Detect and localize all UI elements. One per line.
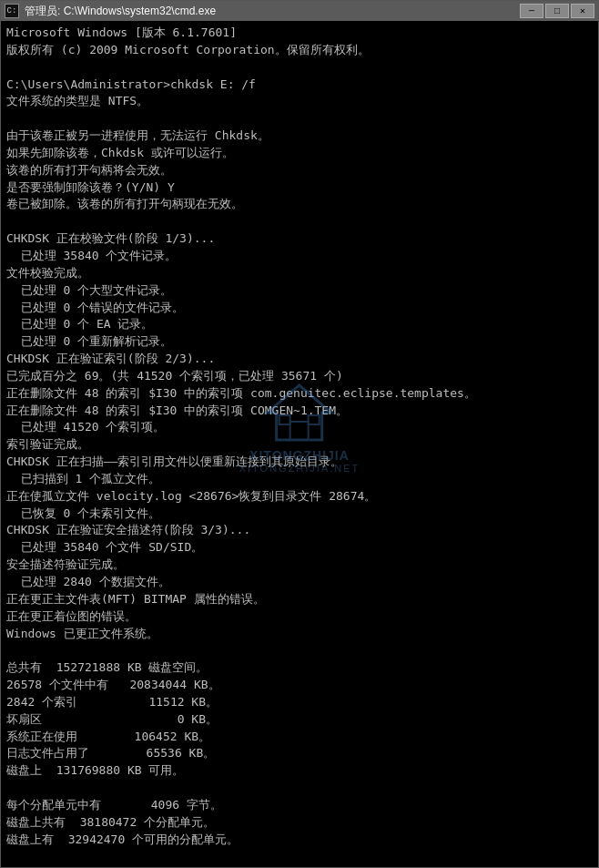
close-button[interactable]: ✕ xyxy=(571,4,594,18)
title-bar-buttons: ─ □ ✕ xyxy=(520,4,594,18)
maximize-button[interactable]: □ xyxy=(545,4,569,18)
cmd-icon: C: xyxy=(5,4,19,18)
title-bar-text: 管理员: C:\Windows\system32\cmd.exe xyxy=(25,4,216,19)
cmd-window: C: 管理员: C:\Windows\system32\cmd.exe ─ □ … xyxy=(0,0,599,868)
title-bar: C: 管理员: C:\Windows\system32\cmd.exe ─ □ … xyxy=(1,1,598,21)
title-bar-left: C: 管理员: C:\Windows\system32\cmd.exe xyxy=(5,4,216,19)
terminal-output: Microsoft Windows [版本 6.1.7601] 版权所有 (c)… xyxy=(6,25,593,867)
terminal-body: Microsoft Windows [版本 6.1.7601] 版权所有 (c)… xyxy=(1,21,598,867)
minimize-button[interactable]: ─ xyxy=(520,4,543,18)
